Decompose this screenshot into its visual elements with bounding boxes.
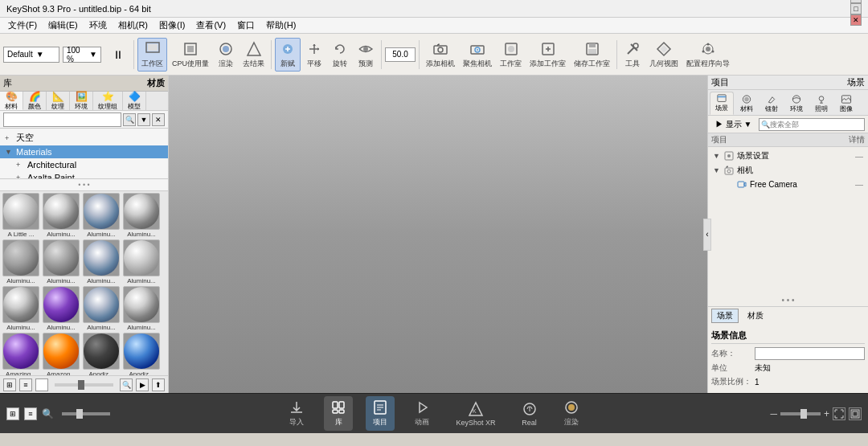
add-camera-btn[interactable]: 添加相机 [423, 39, 458, 71]
right-tab-light[interactable]: 照明 [809, 92, 833, 115]
tab-texture[interactable]: 📐 纹理 [47, 92, 70, 110]
menu-edit[interactable]: 编辑(E) [43, 18, 83, 33]
grid-item-7[interactable]: Aluminu... [122, 239, 161, 284]
tab-env[interactable]: 🖼️ 环境 [70, 92, 93, 110]
rotate-btn[interactable]: 旋转 [328, 39, 352, 71]
tree-item-materials[interactable]: ▼ Materials [0, 145, 168, 158]
filter-button[interactable]: ▼ [137, 113, 150, 126]
right-panel-collapse[interactable]: ‹ [703, 219, 711, 251]
tab-model[interactable]: 🔷 模型 [123, 92, 146, 110]
result-btn[interactable]: 去结果 [240, 39, 268, 71]
render-button[interactable]: 渲染 [557, 396, 586, 431]
scene-search-input[interactable] [770, 121, 862, 129]
zoom-out-btn[interactable]: ─ [770, 408, 777, 419]
render-btn[interactable]: 渲染 [214, 39, 238, 71]
menu-view[interactable]: 查看(V) [191, 18, 231, 33]
viewport-slider[interactable] [780, 412, 821, 415]
rb-tab-scene[interactable]: 场景 [711, 309, 739, 323]
rb-tab-material[interactable]: 材质 [742, 309, 769, 323]
size-slider[interactable] [55, 383, 113, 387]
grid-item-11[interactable]: Aluminu... [122, 286, 161, 331]
viewport[interactable]: ‹ [169, 76, 707, 393]
maximize-button[interactable]: □ [850, 3, 862, 14]
library-button[interactable]: 库 [324, 396, 353, 431]
fullscreen-btn[interactable] [849, 407, 862, 420]
grid-item-5[interactable]: Aluminu... [42, 239, 80, 284]
geometry-view-btn[interactable]: 几何视图 [646, 39, 682, 71]
tools-btn[interactable]: 工具 [620, 39, 645, 71]
import-btn[interactable]: ⬆ [152, 378, 165, 391]
tree-item-axalta[interactable]: + Axalta Paint [0, 171, 168, 178]
tab-materials[interactable]: 🎨 材料 [0, 92, 23, 110]
project-button[interactable]: 项目 [366, 396, 395, 431]
translate-btn[interactable]: 平移 [302, 39, 326, 71]
search-button[interactable]: 🔍 [123, 113, 136, 126]
scene-item-free-camera[interactable]: Free Camera — [710, 178, 866, 190]
tree-item-arch[interactable]: + Architectural [0, 158, 168, 171]
menu-file[interactable]: 文件(F) [3, 18, 42, 33]
grid-item-12[interactable]: Amazing... [2, 333, 40, 375]
add-studio-btn[interactable]: 添加工作室 [526, 39, 569, 71]
viewport-slider-thumb[interactable] [800, 409, 807, 419]
grid-item-13[interactable]: Amazon... [42, 333, 80, 375]
grid-item-6[interactable]: Aluminu... [82, 239, 121, 284]
real-button[interactable]: Real [515, 398, 544, 430]
menu-help[interactable]: 帮助(H) [261, 18, 301, 33]
grid-item-2[interactable]: Aluminu... [82, 193, 121, 238]
menu-window[interactable]: 窗口 [232, 18, 260, 33]
grid-item-3[interactable]: Aluminu... [122, 193, 161, 238]
distance-input[interactable] [385, 47, 416, 62]
search-input[interactable] [3, 113, 121, 127]
pause-button[interactable]: ⏸ [106, 44, 130, 65]
scene-show-dropdown[interactable]: ▶ 显示 ▼ [711, 117, 755, 132]
bottom-list-btn[interactable]: ≡ [24, 407, 37, 420]
grid-item-15[interactable]: Anodiz... [122, 333, 161, 375]
preset-dropdown[interactable]: Default ▼ [3, 47, 59, 63]
name-input[interactable] [755, 347, 865, 360]
menu-env[interactable]: 环境 [84, 18, 112, 33]
animation-button[interactable]: 动画 [407, 396, 436, 431]
tree-item-root[interactable]: + 天空 [0, 130, 168, 145]
scene-item-settings[interactable]: ▼ 场景设置 — [710, 149, 866, 163]
tab-color[interactable]: 🌈 颜色 [23, 92, 47, 110]
bottom-slider-thumb[interactable] [76, 409, 83, 419]
zoom-in-btn[interactable]: + [824, 408, 829, 419]
fit-view-btn[interactable] [833, 407, 845, 420]
grid-item-0[interactable]: A Little ... [2, 193, 40, 238]
scene-item-camera[interactable]: ▼ 相机 [710, 163, 866, 178]
grid-item-1[interactable]: Aluminu... [42, 193, 80, 238]
grid-item-4[interactable]: Aluminu... [2, 239, 40, 284]
menu-image[interactable]: 图像(I) [154, 18, 190, 33]
grid-item-14[interactable]: Anodiz... [82, 333, 121, 375]
right-tab-image[interactable]: 图像 [834, 92, 858, 115]
grid-item-8[interactable]: Aluminu... [2, 286, 40, 331]
right-tab-env[interactable]: 环境 [784, 92, 809, 115]
grid-view-btn[interactable]: ⊞ [3, 378, 16, 391]
right-tab-paint[interactable]: 镭射 [760, 92, 784, 115]
grid-item-9[interactable]: Aluminu... [42, 286, 80, 331]
cpu-btn[interactable]: CPU使用量 [169, 39, 212, 71]
tab-texgroup[interactable]: ⭐ 纹理组 [93, 92, 123, 110]
configurator-btn[interactable]: 配置程序向导 [683, 39, 733, 71]
workarea-btn[interactable]: 工作区 [137, 38, 167, 72]
focus-camera-btn[interactable]: 聚焦相机 [460, 39, 495, 71]
studio-btn[interactable]: 工作室 [497, 39, 525, 71]
import-button[interactable]: 导入 [282, 396, 311, 431]
zoom-btn[interactable]: 🔍 [120, 378, 133, 391]
grid-item-10[interactable]: Aluminu... [82, 286, 121, 331]
slider-thumb[interactable] [78, 380, 84, 390]
scene-search-box[interactable]: 🔍 [759, 118, 865, 131]
preview-btn[interactable]: 预测 [354, 39, 378, 71]
reassign-btn[interactable]: 新赋 [275, 38, 301, 72]
zoom-dropdown[interactable]: 100 % ▼ [63, 47, 101, 63]
clear-button[interactable]: ✕ [152, 113, 165, 126]
right-tab-material[interactable]: 材料 [735, 92, 759, 115]
more-btn[interactable]: ▶ [136, 378, 149, 391]
left-bottom-input[interactable] [35, 378, 48, 391]
bottom-slider[interactable] [62, 412, 110, 415]
save-studio-btn[interactable]: 储存工作室 [571, 39, 613, 71]
menu-camera[interactable]: 相机(R) [113, 18, 153, 33]
bottom-search-icon[interactable]: 🔍 [42, 408, 54, 419]
right-tab-scene[interactable]: 场景 [710, 92, 734, 115]
close-button[interactable]: ✕ [850, 14, 862, 26]
